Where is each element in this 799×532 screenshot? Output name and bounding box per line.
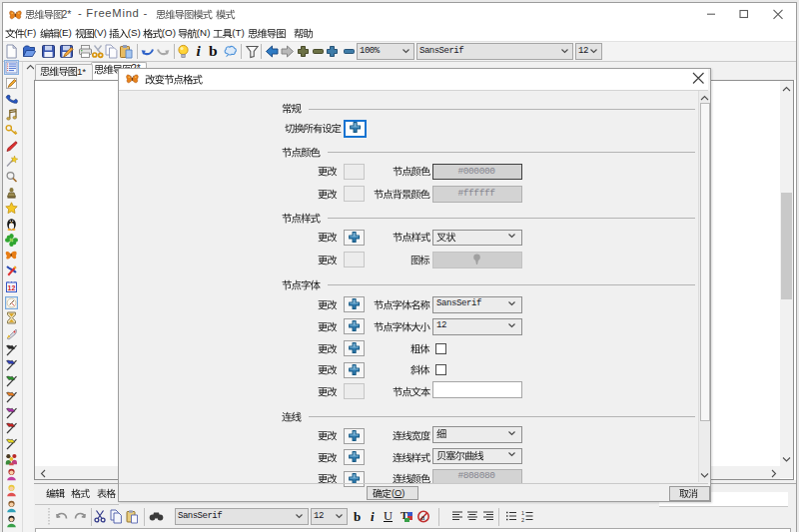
svg-text:2: 2 — [521, 517, 524, 523]
svg-text:a: a — [420, 512, 424, 522]
svg-text:12: 12 — [7, 283, 15, 290]
svg-text:1: 1 — [521, 510, 524, 516]
